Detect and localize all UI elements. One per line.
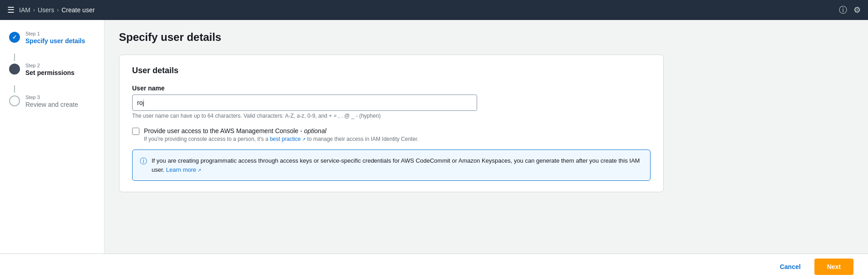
- breadcrumb-users[interactable]: Users: [38, 6, 54, 14]
- step-2-circle: [9, 64, 20, 75]
- console-access-sublabel: If you're providing console access to a …: [144, 136, 419, 142]
- step-1-label: Step 1: [25, 31, 85, 36]
- step-3-title: Review and create: [25, 101, 78, 108]
- username-label: User name: [132, 85, 651, 92]
- breadcrumb-chevron-2: ›: [57, 7, 59, 13]
- step-1-circle: ✓: [9, 32, 20, 43]
- step-connector-2: [14, 85, 15, 93]
- console-access-row: Provide user access to the AWS Managemen…: [132, 127, 651, 142]
- cancel-button[interactable]: Cancel: [773, 259, 808, 274]
- step-2: Step 2 Set permissions: [9, 63, 95, 76]
- card-title: User details: [132, 66, 651, 75]
- step-connector-1: [14, 54, 15, 61]
- step-2-label: Step 2: [25, 63, 74, 68]
- step-3-circle: [9, 95, 20, 106]
- hamburger-icon[interactable]: ☰: [7, 5, 15, 15]
- step-3-label: Step 3: [25, 95, 78, 100]
- settings-icon[interactable]: ⚙: [853, 5, 861, 15]
- sidebar: ✓ Step 1 Specify user details Step 2 Set…: [0, 20, 104, 279]
- step-3: Step 3 Review and create: [9, 95, 95, 108]
- page-title: Specify user details: [119, 31, 853, 44]
- username-input[interactable]: [132, 95, 477, 111]
- user-details-card: User details User name The user name can…: [119, 55, 664, 192]
- breadcrumb-current: Create user: [61, 6, 94, 14]
- next-button[interactable]: Next: [814, 259, 853, 275]
- breadcrumb-chevron-1: ›: [33, 7, 35, 13]
- info-box-text: If you are creating programmatic access …: [152, 156, 643, 174]
- console-access-optional: optional: [304, 127, 326, 135]
- external-link-icon-2: ↗: [196, 168, 201, 173]
- top-nav: ☰ IAM › Users › Create user ⓘ ⚙: [0, 0, 868, 20]
- console-access-label: Provide user access to the AWS Managemen…: [144, 127, 419, 135]
- step-2-title: Set permissions: [25, 69, 74, 76]
- breadcrumb: IAM › Users › Create user: [19, 6, 95, 14]
- external-link-icon-1: ↗: [301, 137, 306, 142]
- info-circle-icon: ⓘ: [140, 157, 147, 166]
- step-1: ✓ Step 1 Specify user details: [9, 31, 95, 45]
- username-hint: The user name can have up to 64 characte…: [132, 113, 651, 119]
- bottom-bar: Cancel Next: [0, 254, 868, 279]
- learn-more-link[interactable]: Learn more: [166, 166, 196, 173]
- console-access-checkbox[interactable]: [132, 128, 139, 135]
- content-area: Specify user details User details User n…: [104, 20, 868, 279]
- breadcrumb-iam[interactable]: IAM: [19, 6, 30, 14]
- step-1-title: Specify user details: [25, 37, 85, 45]
- username-form-group: User name The user name can have up to 6…: [132, 85, 651, 119]
- info-icon[interactable]: ⓘ: [839, 5, 847, 15]
- info-box: ⓘ If you are creating programmatic acces…: [132, 149, 651, 181]
- best-practice-link[interactable]: best practice: [270, 136, 301, 142]
